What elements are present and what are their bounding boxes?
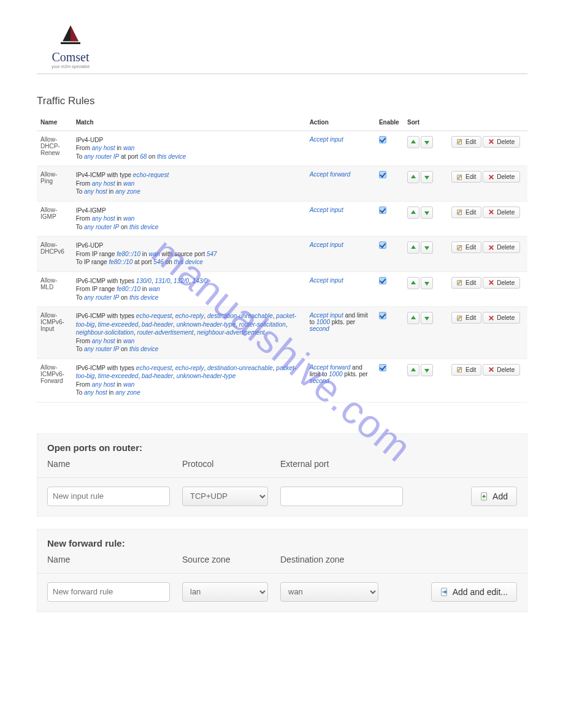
rule-action: Accept input [306, 131, 375, 166]
rule-action: Accept input [306, 271, 375, 307]
svg-marker-1 [71, 26, 79, 42]
sort-up-button[interactable] [407, 207, 419, 219]
rule-match: IPv4-UDPFrom any host in wanTo any route… [72, 131, 306, 166]
add-label: Add [492, 491, 508, 501]
sort-up-button[interactable] [407, 277, 419, 289]
rule-match: IPv4-ICMP with type echo-requestFrom any… [72, 166, 306, 202]
rule-name: Allow-DHCP-Renew [37, 131, 72, 166]
rule-match: IPv6-ICMP with types echo-request, echo-… [72, 307, 306, 359]
header-divider [37, 74, 527, 74]
traffic-rules-title: Traffic Rules [37, 95, 527, 107]
edit-button[interactable]: Edit [451, 241, 481, 253]
enable-checkbox[interactable] [379, 312, 386, 319]
enable-checkbox[interactable] [379, 171, 386, 178]
th-sort: Sort [404, 115, 448, 131]
sort-up-button[interactable] [407, 364, 419, 376]
sort-down-button[interactable] [421, 277, 433, 289]
open-ports-add-button[interactable]: Add [471, 487, 517, 506]
plus-doc-icon [480, 492, 489, 501]
enable-checkbox[interactable] [379, 241, 386, 249]
forward-add-button[interactable]: Add and edit... [431, 582, 517, 602]
delete-button[interactable]: Delete [483, 312, 520, 324]
traffic-rules-table: Name Match Action Enable Sort Allow-DHCP… [37, 115, 527, 403]
sort-down-button[interactable] [421, 171, 433, 183]
table-row: Allow-ICMPv6-ForwardIPv6-ICMP with types… [37, 358, 527, 402]
forward-name-label: Name [47, 555, 170, 564]
forward-panel: New forward rule: Name Source zone Desti… [37, 529, 527, 612]
arrow-doc-icon [440, 588, 449, 596]
enable-checkbox[interactable] [379, 136, 386, 143]
th-match: Match [72, 115, 306, 131]
delete-button[interactable]: Delete [483, 241, 520, 253]
table-row: Allow-DHCP-RenewIPv4-UDPFrom any host in… [37, 131, 527, 166]
open-ports-port-label: External port [280, 459, 403, 469]
rule-name: Allow-Ping [37, 166, 72, 202]
svg-rect-2 [61, 42, 80, 44]
rule-name: Allow-ICMPv6-Forward [37, 358, 72, 402]
th-name: Name [37, 115, 72, 131]
table-row: Allow-IGMPIPv4-IGMPFrom any host in wanT… [37, 201, 527, 237]
sort-up-button[interactable] [407, 241, 419, 254]
sort-up-button[interactable] [407, 312, 419, 324]
open-ports-panel: Open ports on router: Name Protocol Exte… [37, 433, 527, 517]
rule-action: Accept input [306, 201, 375, 237]
brand-name: Comset [52, 50, 89, 64]
forward-src-select[interactable]: lan [182, 582, 268, 602]
enable-checkbox[interactable] [379, 364, 386, 371]
brand-tagline: your m2m specialist [52, 64, 90, 69]
sort-down-button[interactable] [421, 207, 433, 219]
rule-action: Accept forward and limit to 1000 pkts. p… [306, 358, 375, 402]
edit-button[interactable]: Edit [451, 312, 481, 324]
brand-logo: Comset your m2m specialist [37, 25, 104, 69]
forward-src-label: Source zone [182, 555, 268, 564]
rule-name: Allow-DHCPv6 [37, 237, 72, 272]
rule-action: Accept input [306, 237, 375, 272]
th-enable: Enable [375, 115, 404, 131]
forward-name-input[interactable] [47, 582, 170, 602]
delete-button[interactable]: Delete [483, 136, 520, 148]
add-edit-label: Add and edit... [453, 587, 508, 597]
edit-button[interactable]: Edit [451, 364, 481, 376]
enable-checkbox[interactable] [379, 207, 386, 214]
rule-name: Allow-ICMPv6-Input [37, 307, 72, 359]
edit-button[interactable]: Edit [451, 277, 481, 289]
delete-button[interactable]: Delete [483, 277, 520, 289]
forward-dst-select[interactable]: wan [280, 582, 378, 602]
rule-match: IPv6-ICMP with types echo-request, echo-… [72, 358, 306, 402]
delete-button[interactable]: Delete [483, 207, 520, 218]
th-action: Action [306, 115, 375, 131]
table-row: Allow-DHCPv6IPv6-UDPFrom IP range fe80::… [37, 237, 527, 272]
delete-button[interactable]: Delete [483, 171, 520, 183]
edit-button[interactable]: Edit [451, 136, 481, 148]
table-row: Allow-MLDIPv6-ICMP with types 130/0, 131… [37, 271, 527, 307]
edit-button[interactable]: Edit [451, 207, 481, 218]
table-row: Allow-PingIPv4-ICMP with type echo-reque… [37, 166, 527, 202]
sort-down-button[interactable] [421, 312, 433, 324]
edit-button[interactable]: Edit [451, 171, 481, 183]
open-ports-name-input[interactable] [47, 487, 170, 506]
rule-name: Allow-MLD [37, 271, 72, 307]
table-row: Allow-ICMPv6-InputIPv6-ICMP with types e… [37, 307, 527, 359]
enable-checkbox[interactable] [379, 277, 386, 284]
open-ports-protocol-select[interactable]: TCP+UDP [182, 487, 268, 506]
rule-action: Accept input and limit to 1000 pkts. per… [306, 307, 375, 359]
open-ports-title: Open ports on router: [37, 434, 527, 459]
delete-button[interactable]: Delete [483, 364, 520, 376]
sort-up-button[interactable] [407, 171, 419, 183]
sort-down-button[interactable] [421, 241, 433, 254]
open-ports-protocol-label: Protocol [182, 459, 268, 469]
sort-down-button[interactable] [421, 136, 433, 148]
logo-icon [56, 25, 85, 49]
rule-name: Allow-IGMP [37, 201, 72, 237]
forward-dst-label: Destination zone [280, 555, 378, 564]
rule-match: IPv6-UDPFrom IP range fe80::/10 in wan w… [72, 237, 306, 272]
rule-match: IPv6-ICMP with types 130/0, 131/0, 132/0… [72, 271, 306, 307]
forward-title: New forward rule: [37, 529, 527, 555]
open-ports-port-input[interactable] [280, 487, 403, 506]
rule-match: IPv4-IGMPFrom any host in wanTo any rout… [72, 201, 306, 237]
sort-down-button[interactable] [421, 364, 433, 376]
rule-action: Accept forward [306, 166, 375, 202]
sort-up-button[interactable] [407, 136, 419, 148]
open-ports-name-label: Name [47, 459, 170, 469]
